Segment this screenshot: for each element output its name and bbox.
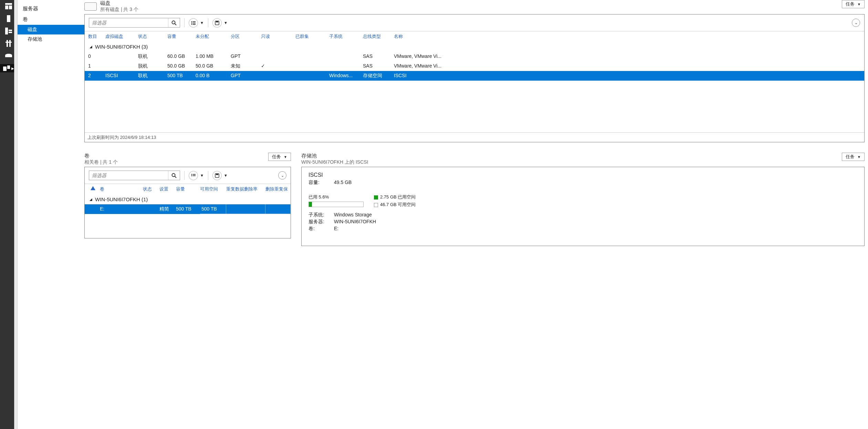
pool-usage-bar — [308, 202, 364, 207]
pool-used-legend: 2.75 GB 已用空间 — [380, 194, 416, 200]
chevron-down-icon: ▼ — [284, 155, 287, 159]
volumes-group-label: WIN-5UNI6I7OFKH (1) — [95, 196, 148, 202]
chevron-down-icon[interactable]: ▼ — [200, 21, 204, 25]
expand-button[interactable]: ⌄ — [852, 19, 860, 27]
left-icon-rail: ▶ — [0, 0, 17, 429]
save-query-button[interactable] — [212, 18, 222, 28]
legend-free-icon — [374, 203, 378, 207]
svg-rect-7 — [7, 40, 8, 47]
volumes-tasks-button[interactable]: 任务 ▼ — [268, 153, 291, 161]
chevron-down-icon[interactable]: ▼ — [224, 21, 228, 25]
disks-tasks-button[interactable]: 任务 ▼ — [842, 0, 865, 8]
svg-rect-1 — [5, 6, 8, 9]
pool-subsys-k: 子系统: — [308, 212, 334, 218]
volumes-subtitle: 相关卷 | 共 1 个 — [84, 159, 118, 165]
col-name[interactable]: 名称 — [394, 33, 864, 40]
table-row[interactable]: 1脱机50.0 GB50.0 GB未知✓SASVMware, VMware Vi… — [85, 61, 864, 71]
pool-subtitle: WIN-5UNI6I7OFKH 上的 ISCSI — [301, 159, 368, 165]
disks-toolbar: ▼ ▼ ⌄ — [85, 14, 864, 31]
disks-filter-input[interactable] — [89, 18, 168, 27]
col-state[interactable]: 状态 — [143, 186, 159, 192]
svg-rect-6 — [9, 32, 12, 33]
chevron-down-icon[interactable]: ▼ — [224, 173, 228, 177]
svg-rect-2 — [9, 6, 12, 9]
svg-rect-31 — [216, 174, 218, 175]
rail-local-server-icon[interactable] — [4, 14, 13, 23]
save-query-button[interactable] — [212, 171, 222, 180]
chevron-down-icon: ▼ — [857, 2, 861, 6]
nav-servers[interactable]: 服务器 — [17, 3, 84, 14]
col-bus[interactable]: 总线类型 — [363, 33, 394, 40]
nav-column: 服务器 卷 磁盘 存储池 — [17, 0, 84, 429]
pool-server-k: 服务器: — [308, 219, 334, 225]
nav-volumes[interactable]: 卷 — [17, 14, 84, 25]
col-dedup[interactable]: 重复数据删除率 — [226, 186, 265, 192]
volumes-filter — [89, 171, 180, 180]
pool-vol-k: 卷: — [308, 226, 334, 232]
svg-rect-12 — [3, 67, 7, 71]
volumes-panel: ▼ ▼ ⌄ 卷 状态 设置 — [84, 167, 291, 238]
col-cluster[interactable]: 已群集 — [295, 33, 329, 40]
cell-state — [143, 204, 159, 214]
svg-rect-17 — [193, 21, 196, 22]
cell-free: 500 TB — [200, 204, 226, 214]
table-row[interactable]: 0联机60.0 GB1.00 MBGPTSASVMware, VMware Vi… — [85, 52, 864, 61]
list-view-button[interactable] — [189, 171, 198, 180]
rail-tools-icon[interactable] — [4, 39, 13, 48]
cell-subsys: Windows... — [329, 73, 363, 79]
rail-dashboard-icon[interactable] — [4, 2, 13, 10]
svg-rect-27 — [193, 174, 196, 175]
col-cap[interactable]: 容量 — [176, 186, 200, 192]
svg-rect-21 — [193, 24, 196, 25]
col-vol[interactable]: 卷 — [100, 186, 143, 192]
svg-point-26 — [191, 174, 192, 175]
col-dedup2[interactable]: 删除重复保 — [265, 186, 291, 192]
col-state[interactable]: 状态 — [138, 33, 167, 40]
nav-pools[interactable]: 存储池 — [17, 34, 84, 44]
disks-grid: 数目 虚拟磁盘 状态 容量 未分配 分区 只读 已群集 子系统 总线类型 名称 … — [85, 31, 864, 142]
cell-vdisk — [105, 63, 138, 69]
svg-rect-19 — [193, 23, 196, 23]
table-row[interactable]: 2ISCSI联机500 TB0.00 BGPTWindows...存储空间ISC… — [85, 71, 864, 81]
volumes-group-row[interactable]: ◢ WIN-5UNI6I7OFKH (1) — [85, 194, 291, 204]
nav-disks[interactable]: 磁盘 — [17, 25, 84, 34]
cell-part: GPT — [231, 53, 261, 60]
cell-cap: 60.0 GB — [167, 53, 196, 60]
col-ro[interactable]: 只读 — [261, 33, 295, 40]
col-free[interactable]: 可用空间 — [200, 186, 226, 192]
volumes-filter-input[interactable] — [89, 171, 168, 180]
rail-fs-icon[interactable] — [4, 52, 13, 60]
col-subsys[interactable]: 子系统 — [329, 33, 363, 40]
list-view-button[interactable] — [189, 18, 198, 28]
pool-subsys-v: Windows Storage — [334, 212, 372, 218]
svg-rect-13 — [7, 65, 10, 69]
pool-tasks-button[interactable]: 任务 ▼ — [842, 153, 865, 161]
pool-vol-v: E: — [334, 226, 338, 232]
chevron-down-icon[interactable]: ▼ — [200, 173, 204, 177]
search-icon[interactable] — [168, 171, 180, 180]
cell-warn — [88, 204, 100, 214]
col-vdisk[interactable]: 虚拟磁盘 — [105, 33, 138, 40]
table-row[interactable]: E:精简500 TB500 TB — [85, 204, 291, 214]
cell-subsys — [329, 53, 363, 60]
disks-group-row[interactable]: ◢ WIN-5UNI6I7OFKH (3) — [85, 42, 864, 52]
col-num[interactable]: 数目 — [88, 33, 105, 40]
col-setup[interactable]: 设置 — [159, 186, 176, 192]
cell-ro: ✓ — [261, 63, 295, 69]
col-cap[interactable]: 容量 — [167, 33, 196, 40]
disks-group-label: WIN-5UNI6I7OFKH (3) — [95, 44, 148, 50]
col-part[interactable]: 分区 — [231, 33, 261, 40]
rail-all-servers-icon[interactable] — [4, 27, 13, 35]
cell-vdisk — [105, 53, 138, 60]
col-warn[interactable] — [88, 186, 100, 192]
disks-subtitle: 所有磁盘 | 共 3 个 — [100, 7, 138, 13]
disks-grid-header: 数目 虚拟磁盘 状态 容量 未分配 分区 只读 已群集 子系统 总线类型 名称 — [85, 31, 864, 42]
disk-icon — [84, 2, 97, 11]
col-unalloc[interactable]: 未分配 — [196, 33, 231, 40]
pool-used-label: 已用 5.6% — [308, 194, 364, 200]
pool-name: ISCSI — [308, 172, 857, 178]
svg-point-18 — [191, 22, 192, 23]
svg-line-25 — [175, 176, 177, 178]
expand-button[interactable]: ⌄ — [278, 171, 286, 180]
search-icon[interactable] — [168, 18, 180, 27]
